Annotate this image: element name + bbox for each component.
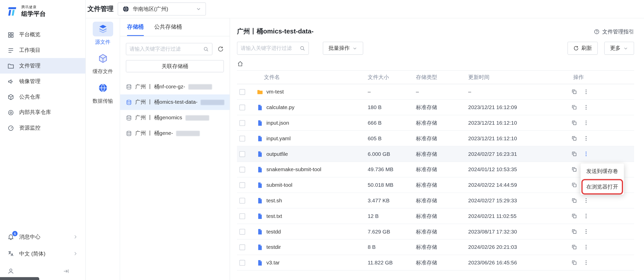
sidebar-item[interactable]: 资源监控 — [0, 120, 85, 136]
more-actions-icon[interactable] — [583, 120, 589, 126]
table-row[interactable]: vm-test – – – — [237, 84, 634, 100]
row-checkbox[interactable] — [240, 89, 245, 95]
region-globe-icon — [122, 5, 129, 13]
more-actions-icon[interactable] — [583, 229, 589, 235]
sidebar-item[interactable]: 平台概览 — [0, 27, 85, 43]
more-actions-icon[interactable] — [583, 198, 589, 204]
bucket-item[interactable]: 广州 丨 桶genomics — [120, 110, 230, 125]
table-row[interactable]: calculate.py 180 B 标准存储 2023/12/21 16:12… — [237, 100, 634, 115]
menu-item-open-in-browser[interactable]: 在浏览器打开 — [581, 179, 624, 195]
mode-tab[interactable]: 源文件 — [86, 22, 120, 51]
table-row[interactable]: testdd 7.629 GB 标准存储 2023/08/17 17:32:30 — [237, 224, 634, 240]
row-checkbox[interactable] — [240, 167, 245, 172]
bucket-search-input[interactable] — [129, 46, 203, 52]
table-row[interactable]: snakemake-submit-tool 49.736 MB 标准存储 202… — [237, 162, 634, 178]
file-name[interactable]: vm-test — [266, 89, 284, 95]
row-checkbox[interactable] — [240, 105, 245, 110]
row-checkbox[interactable] — [240, 229, 245, 235]
mode-tab[interactable]: 数据传输 — [86, 80, 120, 110]
bucket-tab[interactable]: 公共存储桶 — [154, 18, 182, 36]
bucket-item[interactable]: 广州 丨 桶nf-core-gz- — [120, 79, 230, 95]
copy-icon[interactable] — [571, 89, 577, 95]
file-name[interactable]: testdd — [266, 229, 281, 235]
row-checkbox[interactable] — [240, 120, 245, 126]
table-row[interactable]: submit-tool 50.018 MB 标准存储 2024/02/22 14… — [237, 178, 634, 193]
more-actions-icon[interactable] — [583, 260, 589, 266]
table-row[interactable]: testdir 8 B 标准存储 2024/02/26 20:21:03 — [237, 240, 634, 255]
row-checkbox[interactable] — [240, 244, 245, 250]
sidebar-item[interactable]: 镜像管理 — [0, 74, 85, 89]
file-name[interactable]: testdir — [266, 244, 281, 250]
copy-icon[interactable] — [571, 120, 577, 126]
sidebar-item[interactable]: 文件管理 — [0, 58, 85, 74]
copy-icon[interactable] — [571, 260, 577, 266]
table-row[interactable]: test.txt 12 B 标准存储 2024/02/21 11:02:55 — [237, 209, 634, 224]
breadcrumb-home-button[interactable] — [237, 61, 244, 67]
file-guide-link[interactable]: 文件管理指引 — [594, 28, 634, 36]
file-name[interactable]: test.txt — [266, 213, 282, 219]
sidebar-item[interactable]: 内部共享仓库 — [0, 105, 85, 120]
file-name[interactable]: test.sh — [266, 198, 282, 204]
table-row[interactable]: input.yaml 605 B 标准存储 2023/12/21 16:12:1… — [237, 131, 634, 147]
table-row[interactable]: outputfile 6.000 GB 标准存储 2024/02/27 16:2… — [237, 147, 634, 162]
more-actions-icon[interactable] — [583, 135, 589, 142]
more-actions-icon[interactable] — [583, 244, 589, 250]
table-row[interactable]: input.json 666 B 标准存储 2023/12/21 16:12:1… — [237, 115, 634, 131]
more-actions-icon[interactable] — [583, 104, 589, 111]
user-icon[interactable] — [7, 267, 14, 274]
file-type-icon — [257, 260, 263, 266]
sidebar-item[interactable]: 工作项目 — [0, 42, 85, 58]
more-actions-icon[interactable] — [583, 151, 589, 157]
message-center-item[interactable]: 6 消息中心 — [0, 228, 85, 245]
menu-item-send-to-cache[interactable]: 发送到缓存卷 — [581, 164, 624, 179]
copy-icon[interactable] — [571, 229, 577, 235]
bucket-tab[interactable]: 存储桶 — [127, 18, 144, 36]
copy-icon[interactable] — [571, 198, 577, 204]
table-row[interactable]: v3.tar 11.822 GB 标准存储 2023/06/26 16:45:5… — [237, 255, 634, 271]
search-icon[interactable] — [300, 45, 305, 51]
sidebar-item[interactable]: 公共仓库 — [0, 89, 85, 105]
associate-bucket-button[interactable]: 关联存储桶 — [126, 60, 224, 72]
bucket-item[interactable]: 广州 丨 桶omics-test-data- — [120, 95, 230, 110]
row-checkbox[interactable] — [240, 213, 245, 219]
file-name[interactable]: input.json — [266, 120, 289, 126]
bucket-refresh-button[interactable] — [217, 46, 224, 52]
copy-icon[interactable] — [571, 244, 577, 250]
more-actions-icon[interactable] — [583, 89, 589, 95]
refresh-button[interactable]: 刷新 — [567, 42, 598, 55]
sidebar-item-label: 镜像管理 — [19, 78, 40, 85]
row-checkbox[interactable] — [240, 198, 245, 203]
mode-tab-iconbox — [92, 51, 113, 66]
copy-icon[interactable] — [571, 104, 577, 111]
search-icon[interactable] — [203, 46, 209, 52]
file-name[interactable]: v3.tar — [266, 260, 280, 266]
file-name[interactable]: input.yaml — [266, 135, 291, 142]
language-item[interactable]: 中文 (简体) — [0, 245, 85, 262]
more-label: 更多 — [610, 44, 621, 52]
table-row[interactable]: test.sh 3.477 KB 标准存储 2024/02/27 15:29:3… — [237, 193, 634, 209]
file-name[interactable]: outputfile — [266, 151, 288, 157]
bucket-item[interactable]: 广州 丨 桶gene- — [120, 125, 230, 141]
copy-icon[interactable] — [571, 167, 577, 173]
file-name[interactable]: calculate.py — [266, 104, 294, 111]
row-checkbox[interactable] — [240, 182, 245, 188]
file-search-input[interactable] — [241, 45, 299, 51]
copy-icon[interactable] — [571, 151, 577, 157]
row-checkbox[interactable] — [240, 151, 245, 157]
region-selector[interactable]: 华南地区(广州) — [118, 3, 206, 16]
more-button[interactable]: 更多 — [604, 42, 634, 55]
row-checkbox[interactable] — [240, 136, 245, 141]
bucket-label: 广州 丨 桶genomics — [135, 114, 182, 121]
batch-actions-button[interactable]: 批量操作 — [323, 42, 363, 55]
brand-logo: 腾讯健康 组学平台 — [0, 0, 85, 18]
file-size: 6.000 GB — [360, 151, 408, 157]
more-actions-icon[interactable] — [583, 213, 589, 219]
copy-icon[interactable] — [571, 135, 577, 142]
copy-icon[interactable] — [571, 182, 577, 188]
file-name[interactable]: submit-tool — [266, 182, 292, 188]
collapse-arrow-icon[interactable] — [63, 268, 69, 274]
copy-icon[interactable] — [571, 213, 577, 219]
file-name[interactable]: snakemake-submit-tool — [266, 167, 321, 173]
mode-tab[interactable]: 缓存文件 — [86, 51, 120, 80]
row-checkbox[interactable] — [240, 260, 245, 266]
